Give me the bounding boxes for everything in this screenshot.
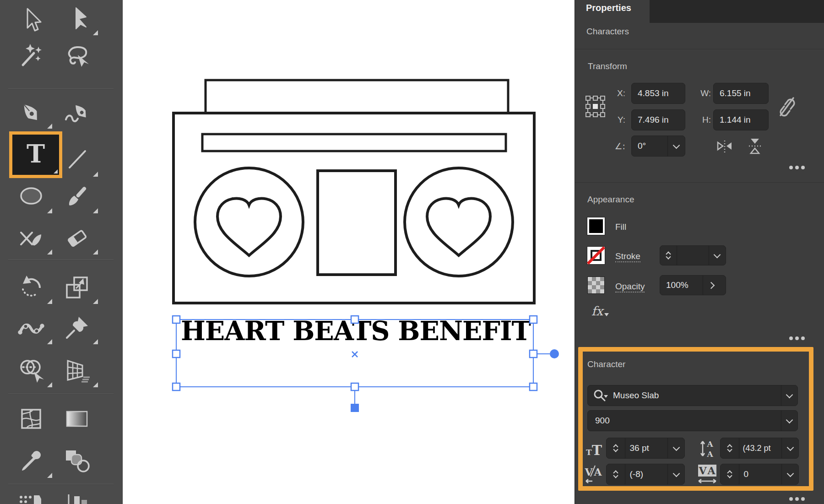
kerning-icon: V A <box>584 465 604 485</box>
submenu-indicator-icon <box>47 299 52 304</box>
paintbrush-tool[interactable] <box>62 182 92 211</box>
opacity-expand-chevron-icon <box>703 276 720 295</box>
leading-control[interactable]: (43.2 pt <box>720 438 799 459</box>
tracking-dropdown-chevron-icon <box>781 464 798 484</box>
ellipse-tool[interactable] <box>16 182 46 211</box>
stroke-color-swatch[interactable] <box>587 246 605 265</box>
illustrator-app: T <box>0 0 824 504</box>
gradient-tool[interactable] <box>62 404 92 434</box>
width-tool[interactable] <box>16 313 46 342</box>
leading-dropdown-chevron-icon <box>781 438 798 458</box>
artboard-canvas[interactable]: HEART BEATS BENEFIT <box>123 0 575 504</box>
leading-icon: A A <box>700 439 717 459</box>
selection-tool[interactable] <box>16 6 46 35</box>
link-dimensions-icon[interactable] <box>778 94 797 119</box>
submenu-indicator-icon <box>54 169 58 173</box>
font-family-dropdown-chevron-icon <box>781 385 797 406</box>
column-graph-tool[interactable] <box>62 493 92 504</box>
boombox-handle <box>206 80 508 113</box>
stroke-label[interactable]: Stroke <box>615 251 640 261</box>
h-label: H: <box>696 115 711 125</box>
fx-effects-button[interactable]: fx <box>591 304 609 318</box>
svg-text:A: A <box>706 450 713 459</box>
kerning-dropdown-chevron-icon <box>667 464 684 484</box>
kerning-control[interactable]: (-8) <box>606 464 685 485</box>
boombox-left-speaker <box>195 168 303 276</box>
tracking-control[interactable]: 0 <box>720 464 799 485</box>
pen-tool[interactable] <box>16 98 46 128</box>
font-size-dropdown-chevron-icon <box>667 438 684 458</box>
properties-panel: Properties Characters Transform X: 4.853… <box>575 0 824 504</box>
h-input[interactable]: 1.144 in <box>713 109 769 130</box>
x-label: X: <box>612 88 625 98</box>
characters-subtitle: Characters <box>586 27 629 37</box>
submenu-indicator-icon <box>47 473 52 478</box>
symbol-sprayer-tool[interactable] <box>16 493 46 504</box>
kerning-value: (-8) <box>625 464 668 484</box>
fill-label[interactable]: Fill <box>615 222 626 232</box>
fill-color-swatch[interactable] <box>587 217 605 235</box>
y-input[interactable]: 7.496 in <box>631 109 685 130</box>
boombox-slot <box>202 134 506 151</box>
rotate-tool[interactable] <box>16 273 46 302</box>
character-title: Character <box>587 359 625 369</box>
flip-horizontal-icon[interactable] <box>717 140 732 153</box>
stroke-weight-value <box>677 246 709 265</box>
divider <box>575 49 824 50</box>
boombox-right-speaker <box>405 168 513 276</box>
stroke-weight-control[interactable] <box>660 245 726 266</box>
x-input[interactable]: 4.853 in <box>631 83 685 104</box>
blend-tool[interactable] <box>62 447 92 476</box>
mesh-tool[interactable] <box>16 404 46 434</box>
kerning-stepper <box>607 464 625 484</box>
y-label: Y: <box>612 115 625 125</box>
w-label: W: <box>696 88 711 98</box>
font-family-select[interactable]: Museo Slab <box>587 385 798 406</box>
perspective-grid-tool[interactable] <box>62 356 92 385</box>
stroke-weight-dropdown-chevron-icon <box>709 246 726 265</box>
shape-builder-tool[interactable] <box>16 356 46 385</box>
puppet-warp-tool[interactable] <box>62 313 92 342</box>
flip-vertical-icon[interactable] <box>748 138 762 154</box>
submenu-indicator-icon <box>47 382 52 387</box>
lasso-tool[interactable] <box>62 41 92 70</box>
font-size-value: 36 pt <box>625 438 668 458</box>
toolbar-divider <box>8 484 114 485</box>
rotation-angle-select[interactable]: 0° <box>631 135 685 157</box>
font-size-control[interactable]: 36 pt <box>606 438 685 459</box>
w-input[interactable]: 6.155 in <box>713 83 769 104</box>
text-scale-handle-square[interactable] <box>351 404 359 412</box>
curvature-tool[interactable] <box>62 98 92 128</box>
transform-more-options-button[interactable] <box>789 166 805 169</box>
appearance-more-options-button[interactable] <box>789 336 805 340</box>
submenu-indicator-icon <box>93 172 98 177</box>
svg-text:A: A <box>593 466 602 478</box>
opacity-label[interactable]: Opacity <box>615 282 645 292</box>
direct-selection-tool[interactable] <box>62 6 92 35</box>
font-style-select[interactable]: 900 <box>587 410 798 431</box>
heart-left <box>217 198 281 255</box>
reference-point-locator-icon[interactable] <box>585 95 606 118</box>
scale-tool[interactable] <box>62 273 92 302</box>
shaper-tool[interactable] <box>16 223 46 253</box>
opacity-control[interactable]: 100% <box>660 275 726 295</box>
magic-wand-tool[interactable] <box>16 41 46 70</box>
artboard-heading-text[interactable]: HEART BEATS BENEFIT <box>181 318 531 344</box>
line-segment-tool[interactable] <box>62 145 92 174</box>
character-more-options-button[interactable] <box>789 497 805 501</box>
tab-properties[interactable]: Properties <box>575 0 650 23</box>
fx-dropdown-triangle-icon <box>604 313 609 316</box>
eyedropper-tool[interactable] <box>16 447 46 476</box>
submenu-indicator-icon <box>93 30 98 35</box>
type-tool[interactable]: T <box>9 131 62 178</box>
eraser-tool[interactable] <box>62 223 92 253</box>
divider <box>575 183 824 184</box>
tracking-icon: V A <box>697 464 718 485</box>
submenu-indicator-icon <box>47 339 52 344</box>
text-resize-handle-circle[interactable] <box>550 349 559 358</box>
submenu-indicator-icon <box>47 124 52 129</box>
opacity-swatch[interactable] <box>587 276 605 294</box>
submenu-indicator-icon <box>93 339 98 344</box>
svg-text:V: V <box>698 465 707 477</box>
font-size-icon: TT <box>586 442 602 458</box>
